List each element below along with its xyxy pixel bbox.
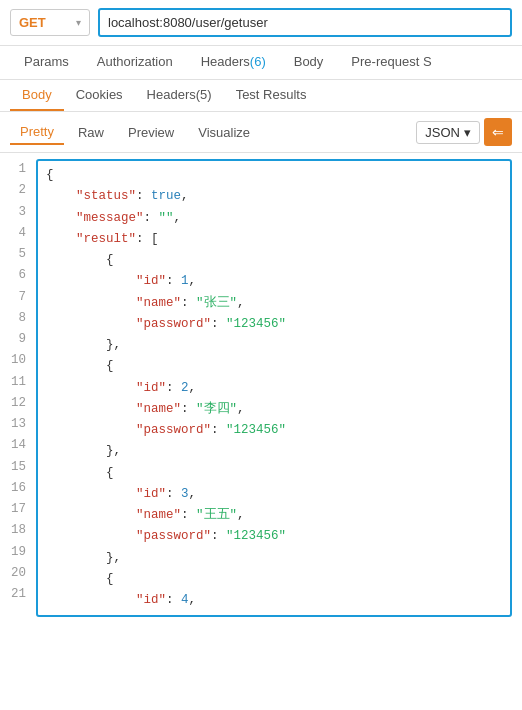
line-number: 8 (0, 308, 26, 329)
line-number: 15 (0, 457, 26, 478)
line-number: 9 (0, 329, 26, 350)
line-number: 11 (0, 372, 26, 393)
line-number: 4 (0, 223, 26, 244)
line-number: 2 (0, 180, 26, 201)
line-numbers: 123456789101112131415161718192021 (0, 159, 36, 617)
json-format-label: JSON (425, 125, 460, 140)
line-number: 12 (0, 393, 26, 414)
json-format-select[interactable]: JSON ▾ (416, 121, 480, 144)
format-raw-btn[interactable]: Raw (68, 121, 114, 144)
nav-tabs: Params Authorization Headers(6) Body Pre… (0, 46, 522, 80)
json-line: "id": 3, (46, 484, 502, 505)
subtab-body[interactable]: Body (10, 80, 64, 111)
line-number: 5 (0, 244, 26, 265)
chevron-down-icon: ▾ (464, 125, 471, 140)
format-preview-btn[interactable]: Preview (118, 121, 184, 144)
json-code[interactable]: { "status": true, "message": "", "result… (36, 159, 512, 617)
top-bar: GET ▾ (0, 0, 522, 46)
json-line: { (46, 356, 502, 377)
json-line: { (46, 463, 502, 484)
line-number: 14 (0, 435, 26, 456)
line-number: 1 (0, 159, 26, 180)
json-line: "id": 2, (46, 378, 502, 399)
json-line: "password": "123456" (46, 314, 502, 335)
line-number: 19 (0, 542, 26, 563)
json-line: "status": true, (46, 186, 502, 207)
json-line: { (46, 165, 502, 186)
json-line: "id": 1, (46, 271, 502, 292)
format-bar: Pretty Raw Preview Visualize JSON ▾ ⇐ (0, 112, 522, 153)
subtab-testresults[interactable]: Test Results (224, 80, 319, 111)
json-line: }, (46, 548, 502, 569)
json-line: "id": 4, (46, 590, 502, 611)
json-line: "password": "123456" (46, 526, 502, 547)
line-number: 7 (0, 287, 26, 308)
json-line: "name": "王五", (46, 505, 502, 526)
tab-params[interactable]: Params (10, 46, 83, 79)
json-line: { (46, 250, 502, 271)
url-input[interactable] (98, 8, 512, 37)
tab-body[interactable]: Body (280, 46, 338, 79)
chevron-down-icon: ▾ (76, 17, 81, 28)
format-pretty-btn[interactable]: Pretty (10, 120, 64, 145)
line-number: 20 (0, 563, 26, 584)
line-number: 6 (0, 265, 26, 286)
line-number: 21 (0, 584, 26, 605)
sub-tabs: Body Cookies Headers(5) Test Results (0, 80, 522, 112)
json-line: "name": "张三", (46, 293, 502, 314)
line-number: 17 (0, 499, 26, 520)
tab-prerequest[interactable]: Pre-request S (337, 46, 445, 79)
tab-authorization[interactable]: Authorization (83, 46, 187, 79)
method-select[interactable]: GET ▾ (10, 9, 90, 36)
json-line: "name": "李四", (46, 399, 502, 420)
json-line: "password": "123456" (46, 420, 502, 441)
json-line: }, (46, 441, 502, 462)
json-content-area: 123456789101112131415161718192021 { "sta… (0, 153, 522, 623)
tab-headers[interactable]: Headers(6) (187, 46, 280, 79)
json-line: "result": [ (46, 229, 502, 250)
format-visualize-btn[interactable]: Visualize (188, 121, 260, 144)
wrap-button[interactable]: ⇐ (484, 118, 512, 146)
line-number: 18 (0, 520, 26, 541)
json-line: }, (46, 335, 502, 356)
json-line: "message": "", (46, 208, 502, 229)
line-number: 10 (0, 350, 26, 371)
line-number: 3 (0, 202, 26, 223)
line-number: 13 (0, 414, 26, 435)
json-line: { (46, 569, 502, 590)
subtab-headers[interactable]: Headers(5) (135, 80, 224, 111)
method-label: GET (19, 15, 46, 30)
line-number: 16 (0, 478, 26, 499)
subtab-cookies[interactable]: Cookies (64, 80, 135, 111)
